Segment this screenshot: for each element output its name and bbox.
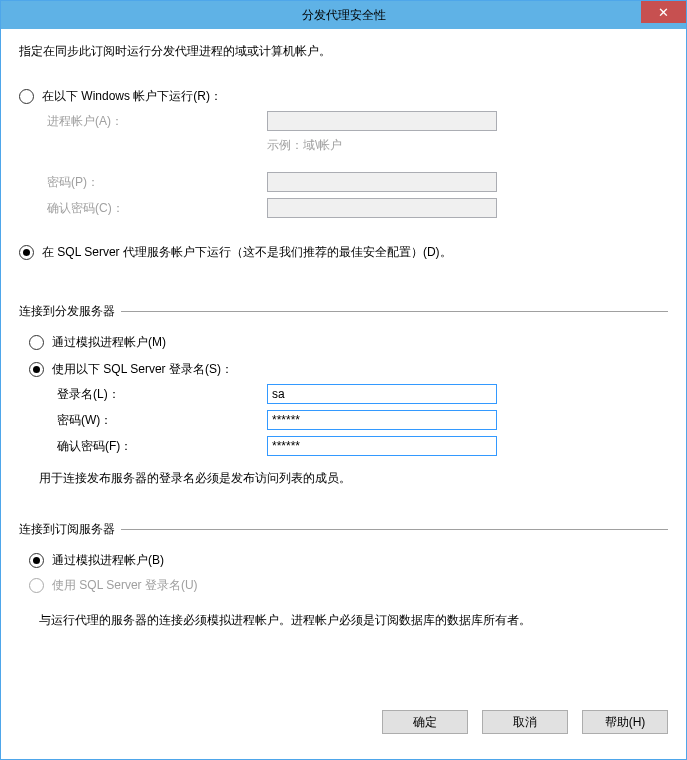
runas-sqlagent-radio[interactable] — [19, 245, 34, 260]
distributor-header-text: 连接到分发服务器 — [19, 303, 115, 320]
distributor-header: 连接到分发服务器 — [19, 303, 668, 320]
runas-windows-row: 在以下 Windows 帐户下运行(R)： — [19, 88, 668, 105]
runas-sqlagent-label: 在 SQL Server 代理服务帐户下运行（这不是我们推荐的最佳安全配置）(D… — [42, 244, 452, 261]
ok-button[interactable]: 确定 — [382, 710, 468, 734]
subscriber-header: 连接到订阅服务器 — [19, 521, 668, 538]
close-button[interactable]: ✕ — [641, 1, 686, 23]
dist-sql-radio[interactable] — [29, 362, 44, 377]
divider-line — [121, 529, 668, 530]
button-bar: 确定 取消 帮助(H) — [1, 699, 686, 759]
runas-password-input[interactable] — [267, 172, 497, 192]
runas-confirm-password-input[interactable] — [267, 198, 497, 218]
runas-section: 在以下 Windows 帐户下运行(R)： 进程帐户(A)： 示例：域\帐户 密… — [19, 88, 668, 261]
dist-confirm-password-input[interactable] — [267, 436, 497, 456]
title-bar: 分发代理安全性 ✕ — [1, 1, 686, 29]
sub-impersonate-label: 通过模拟进程帐户(B) — [52, 552, 164, 569]
instruction-text: 指定在同步此订阅时运行分发代理进程的域或计算机帐户。 — [19, 43, 668, 60]
divider-line — [121, 311, 668, 312]
sub-note: 与运行代理的服务器的连接必须模拟进程帐户。进程帐户必须是订阅数据库的数据库所有者… — [39, 612, 668, 629]
help-button[interactable]: 帮助(H) — [582, 710, 668, 734]
distributor-section: 连接到分发服务器 通过模拟进程帐户(M) 使用以下 SQL Server 登录名… — [19, 303, 668, 487]
runas-confirm-password-label: 确认密码(C)： — [47, 200, 267, 217]
window-title: 分发代理安全性 — [302, 7, 386, 24]
dist-impersonate-label: 通过模拟进程帐户(M) — [52, 334, 166, 351]
runas-password-label: 密码(P)： — [47, 174, 267, 191]
subscriber-header-text: 连接到订阅服务器 — [19, 521, 115, 538]
runas-windows-radio[interactable] — [19, 89, 34, 104]
process-account-input[interactable] — [267, 111, 497, 131]
dist-login-input[interactable] — [267, 384, 497, 404]
sub-impersonate-radio[interactable] — [29, 553, 44, 568]
runas-sqlagent-row: 在 SQL Server 代理服务帐户下运行（这不是我们推荐的最佳安全配置）(D… — [19, 244, 668, 261]
sub-sql-label: 使用 SQL Server 登录名(U) — [52, 577, 198, 594]
dialog-window: 分发代理安全性 ✕ 指定在同步此订阅时运行分发代理进程的域或计算机帐户。 在以下… — [0, 0, 687, 760]
subscriber-section: 连接到订阅服务器 通过模拟进程帐户(B) 使用 SQL Server 登录名(U… — [19, 521, 668, 629]
dist-sql-label: 使用以下 SQL Server 登录名(S)： — [52, 361, 233, 378]
dist-confirm-password-label: 确认密码(F)： — [57, 438, 267, 455]
close-icon: ✕ — [658, 5, 669, 20]
sub-sql-radio — [29, 578, 44, 593]
dist-impersonate-radio[interactable] — [29, 335, 44, 350]
cancel-button[interactable]: 取消 — [482, 710, 568, 734]
dialog-body: 指定在同步此订阅时运行分发代理进程的域或计算机帐户。 在以下 Windows 帐… — [1, 29, 686, 699]
runas-windows-label: 在以下 Windows 帐户下运行(R)： — [42, 88, 222, 105]
dist-password-input[interactable] — [267, 410, 497, 430]
dist-note: 用于连接发布服务器的登录名必须是发布访问列表的成员。 — [39, 470, 668, 487]
process-account-example: 示例：域\帐户 — [267, 137, 342, 154]
dist-password-label: 密码(W)： — [57, 412, 267, 429]
process-account-label: 进程帐户(A)： — [47, 113, 267, 130]
dist-login-label: 登录名(L)： — [57, 386, 267, 403]
